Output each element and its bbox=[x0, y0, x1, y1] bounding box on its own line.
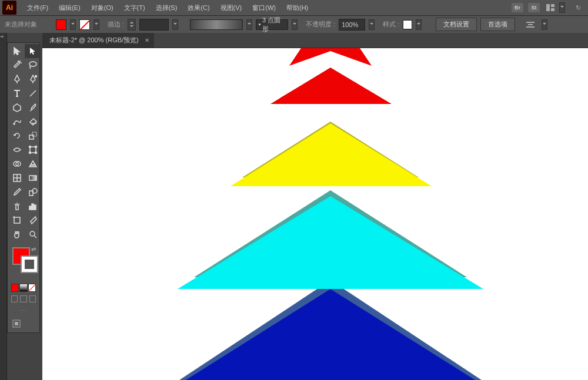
magic-wand-tool[interactable] bbox=[9, 58, 25, 72]
svg-rect-1 bbox=[551, 4, 554, 7]
svg-rect-4 bbox=[528, 24, 533, 25]
svg-rect-27 bbox=[29, 206, 31, 210]
menu-select[interactable]: 选择(S) bbox=[151, 2, 182, 14]
align-dropdown[interactable] bbox=[542, 19, 547, 30]
stroke-dropdown[interactable] bbox=[93, 19, 99, 30]
document-tab-bar: 未标题-2* @ 200% (RGB/预览) ✕ bbox=[42, 33, 588, 48]
hand-tool[interactable] bbox=[9, 227, 25, 241]
svg-marker-45 bbox=[289, 48, 372, 66]
zoom-tool[interactable] bbox=[25, 227, 41, 241]
width-tool[interactable] bbox=[9, 143, 25, 157]
eyedropper-tool[interactable] bbox=[9, 185, 25, 199]
brush-preview-dropdown[interactable] bbox=[246, 19, 252, 30]
style-dropdown[interactable] bbox=[416, 19, 422, 30]
menu-file[interactable]: 文件(F) bbox=[22, 2, 53, 14]
curvature-tool[interactable] bbox=[25, 72, 41, 86]
color-mode-none[interactable] bbox=[28, 284, 36, 292]
align-icon[interactable] bbox=[524, 20, 536, 29]
column-graph-tool[interactable] bbox=[25, 199, 41, 213]
arrange-docs-icon[interactable] bbox=[544, 3, 556, 12]
document-tab-title: 未标题-2* @ 200% (RGB/预览) bbox=[49, 36, 139, 45]
artboard-tool[interactable] bbox=[9, 213, 25, 227]
stock-icon[interactable]: St bbox=[528, 3, 540, 12]
svg-rect-12 bbox=[32, 132, 36, 136]
svg-marker-38 bbox=[116, 289, 545, 380]
menu-type[interactable]: 文字(T) bbox=[119, 2, 150, 14]
svg-rect-36 bbox=[15, 322, 18, 325]
rectangle-tool[interactable] bbox=[9, 100, 25, 115]
svg-rect-11 bbox=[29, 135, 34, 139]
close-tab-icon[interactable]: ✕ bbox=[145, 37, 149, 43]
symbol-sprayer-tool[interactable] bbox=[9, 199, 25, 213]
lasso-tool[interactable] bbox=[25, 58, 41, 72]
tool-options-icon[interactable]: ⋯ bbox=[9, 305, 38, 317]
brush-dropdown[interactable] bbox=[292, 19, 298, 30]
opacity-dropdown[interactable] bbox=[369, 19, 375, 30]
fill-dropdown[interactable] bbox=[70, 19, 76, 30]
svg-point-14 bbox=[29, 146, 31, 148]
type-tool[interactable] bbox=[9, 86, 25, 100]
draw-modes bbox=[9, 293, 38, 305]
canvas[interactable] bbox=[42, 48, 588, 380]
svg-line-8 bbox=[30, 90, 36, 96]
bridge-icon[interactable]: Br bbox=[512, 3, 523, 12]
svg-point-6 bbox=[29, 62, 36, 66]
svg-marker-44 bbox=[270, 68, 392, 104]
stroke-weight-stepper[interactable] bbox=[128, 19, 136, 31]
selection-tool[interactable] bbox=[9, 44, 25, 58]
left-panel-dock[interactable] bbox=[0, 33, 7, 380]
scale-tool[interactable] bbox=[25, 129, 41, 143]
draw-normal[interactable] bbox=[11, 295, 18, 302]
menu-edit[interactable]: 编辑(E) bbox=[54, 2, 85, 14]
stroke-color-swatch[interactable] bbox=[79, 19, 90, 30]
menu-effect[interactable]: 效果(C) bbox=[183, 2, 214, 14]
paintbrush-tool[interactable] bbox=[25, 100, 41, 115]
stroke-weight-input[interactable] bbox=[139, 19, 169, 31]
color-mode-gradient[interactable] bbox=[19, 284, 27, 292]
rotate-tool[interactable] bbox=[9, 129, 25, 143]
slice-tool[interactable] bbox=[25, 213, 41, 227]
menu-view[interactable]: 视图(V) bbox=[216, 2, 247, 14]
direct-selection-tool[interactable] bbox=[25, 44, 41, 58]
mesh-tool[interactable] bbox=[9, 171, 25, 185]
svg-point-17 bbox=[35, 152, 36, 154]
preferences-button[interactable]: 首选项 bbox=[480, 18, 515, 31]
pen-tool[interactable] bbox=[9, 72, 25, 86]
eraser-tool[interactable] bbox=[25, 115, 41, 129]
menu-object[interactable]: 对象(O) bbox=[86, 2, 118, 14]
svg-rect-0 bbox=[546, 4, 550, 11]
menu-help[interactable]: 帮助(H) bbox=[282, 2, 313, 14]
draw-behind[interactable] bbox=[20, 295, 26, 302]
color-mode-swatches bbox=[9, 283, 38, 293]
stroke-weight-dropdown[interactable] bbox=[172, 19, 178, 30]
color-mode-solid[interactable] bbox=[11, 284, 19, 292]
document-tab[interactable]: 未标题-2* @ 200% (RGB/预览) ✕ bbox=[42, 32, 154, 48]
blend-tool[interactable] bbox=[25, 185, 41, 199]
line-tool[interactable] bbox=[25, 86, 41, 100]
graphic-style-swatch[interactable] bbox=[403, 20, 412, 29]
fill-color-swatch[interactable] bbox=[56, 19, 66, 30]
gradient-tool[interactable] bbox=[25, 171, 41, 185]
svg-rect-3 bbox=[526, 22, 534, 23]
perspective-grid-tool[interactable] bbox=[25, 157, 41, 171]
edit-toolbar-icon[interactable] bbox=[9, 317, 38, 331]
free-transform-tool[interactable] bbox=[25, 143, 41, 157]
doc-setup-button[interactable]: 文档设置 bbox=[436, 18, 477, 31]
style-label: 样式 : bbox=[383, 20, 399, 29]
menu-window[interactable]: 窗口(W) bbox=[248, 2, 280, 14]
sync-icon[interactable]: ↻ bbox=[572, 3, 584, 12]
arrange-dropdown[interactable] bbox=[559, 2, 565, 13]
selection-status: 未选择对象 bbox=[5, 20, 37, 29]
draw-inside[interactable] bbox=[29, 295, 36, 302]
swap-colors-icon[interactable]: ⇄ bbox=[31, 246, 36, 253]
stroke-color-box[interactable] bbox=[21, 255, 38, 273]
brush-preview[interactable] bbox=[190, 19, 243, 30]
shaper-tool[interactable] bbox=[9, 115, 25, 129]
opacity-input[interactable] bbox=[339, 19, 365, 31]
app-logo[interactable]: Ai bbox=[2, 1, 16, 15]
brush-definition[interactable]: 3 点圆形 bbox=[256, 19, 288, 30]
shape-builder-tool[interactable] bbox=[9, 157, 25, 171]
svg-rect-29 bbox=[34, 205, 36, 210]
svg-point-15 bbox=[35, 146, 36, 148]
svg-point-33 bbox=[30, 231, 35, 236]
